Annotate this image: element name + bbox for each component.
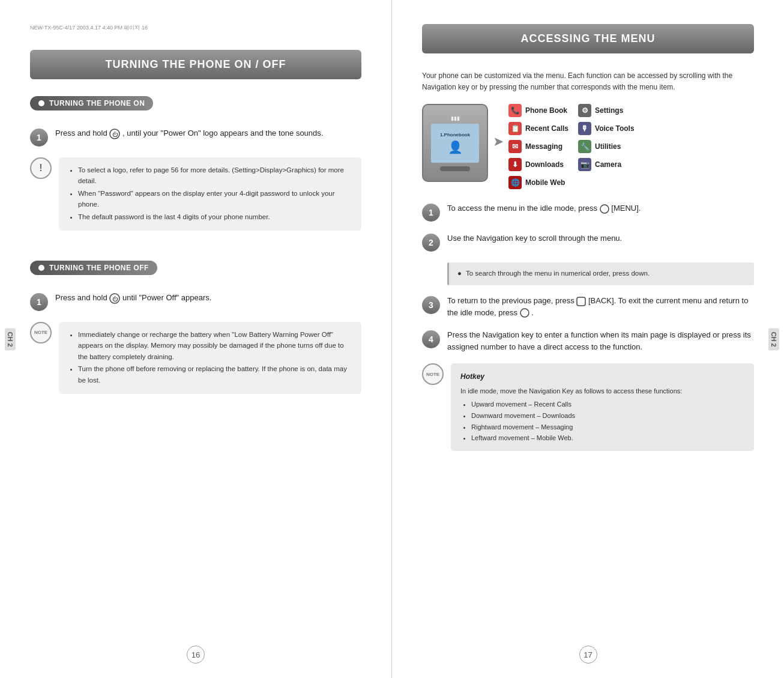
- svg-rect-5: [577, 297, 585, 306]
- phone-on-header: TURNING THE PHONE ON: [30, 96, 153, 110]
- svg-point-6: [520, 309, 529, 317]
- note-item: The default password is the last 4 digit…: [78, 211, 352, 222]
- menu-columns: 📞 Phone Book 📋 Recent Calls ✉ Messaging …: [508, 104, 635, 189]
- camera-icon: 📷: [578, 158, 591, 171]
- right-step1-text: To access the menu in the idle mode, pre…: [447, 202, 641, 214]
- menu-item-mobileweb: 🌐 Mobile Web: [508, 176, 568, 189]
- menu-item-camera: 📷 Camera: [578, 158, 635, 171]
- phone-off-section: TURNING THE PHONE OFF 1 Press and hold ⏻…: [30, 261, 361, 394]
- note-icon: NOTE: [30, 322, 52, 344]
- hotkey-wrapper: NOTE Hotkey In idle mode, move the Navig…: [422, 363, 754, 451]
- step2-note: ● To search through the menu in numerica…: [447, 262, 754, 285]
- signal-indicator: ▮▮▮: [451, 115, 460, 121]
- right-step-4: 4 Press the Navigation key to enter a fu…: [422, 329, 754, 353]
- ch-label-right: CH 2: [768, 328, 779, 350]
- svg-point-4: [600, 205, 609, 213]
- ch-label-left: CH 2: [5, 328, 16, 350]
- header-dot: [38, 100, 44, 106]
- right-step2-text: Use the Navigation key to scroll through…: [447, 232, 622, 244]
- menu-item-voicetools: 🎙 Voice Tools: [578, 122, 635, 135]
- menu-item-messaging: ✉ Messaging: [508, 140, 568, 153]
- menu-item-recentcalls: 📋 Recent Calls: [508, 122, 568, 135]
- hotkey-item: Rightward movement – Messaging: [471, 422, 744, 433]
- back-btn-icon: [576, 297, 586, 306]
- screen-text: 1.Phonebook: [440, 132, 470, 138]
- right-step-1: 1 To access the menu in the idle mode, p…: [422, 202, 754, 222]
- phone-on-section: TURNING THE PHONE ON 1 Press and hold ⏻ …: [30, 96, 361, 231]
- phone-on-step1-text: Press and hold ⏻ , until your "Power On"…: [55, 127, 323, 139]
- phone-on-step1: 1 Press and hold ⏻ , until your "Power O…: [30, 127, 361, 147]
- utilities-icon: 🔧: [578, 140, 591, 153]
- header-dot-2: [38, 265, 44, 271]
- phonebook-icon: 📞: [508, 104, 522, 117]
- phone-on-note-wrapper: ! To select a logo, refer to page 56 for…: [30, 157, 361, 231]
- note-box: ● To search through the menu in numerica…: [447, 262, 754, 285]
- screen-icon: 👤: [448, 140, 463, 154]
- step-num-r4: 4: [422, 330, 440, 348]
- hotkey-list: Upward movement – Recent Calls Downward …: [460, 399, 744, 444]
- menu-item-downloads: ⬇ Downloads: [508, 158, 568, 171]
- svg-text:⏻: ⏻: [112, 296, 118, 302]
- page-number-left: 16: [187, 646, 205, 664]
- note-item: Immediately change or recharge the batte…: [78, 329, 352, 362]
- power-off-icon: ⏻: [109, 293, 120, 304]
- step-num-r1: 1: [422, 204, 440, 222]
- menu-col-right: ⚙ Settings 🎙 Voice Tools 🔧 Utilities 📷 C…: [578, 104, 635, 189]
- menu-diagram: ▮▮▮ 1.Phonebook 👤 ➤ 📞 Phone Book 📋 Recen…: [422, 104, 754, 189]
- note-item: Turn the phone off before removing or re…: [78, 363, 352, 386]
- hotkey-box: Hotkey In idle mode, move the Navigation…: [451, 363, 754, 451]
- idle-btn-icon: [520, 308, 529, 318]
- right-step-2: 2 Use the Navigation key to scroll throu…: [422, 232, 754, 252]
- arrow-right: ➤: [493, 134, 504, 150]
- menu-item-utilities: 🔧 Utilities: [578, 140, 635, 153]
- menu-col-left: 📞 Phone Book 📋 Recent Calls ✉ Messaging …: [508, 104, 568, 189]
- phone-off-step1-text: Press and hold ⏻ until "Power Off" appea…: [55, 292, 211, 304]
- svg-text:⏻: ⏻: [112, 132, 118, 138]
- left-section-title: TURNING THE PHONE ON / OFF: [30, 50, 361, 79]
- mobileweb-icon: 🌐: [508, 176, 522, 189]
- hotkey-item: Downward movement – Downloads: [471, 410, 744, 422]
- voicetools-icon: 🎙: [578, 122, 591, 135]
- step-num-off-1: 1: [30, 293, 48, 311]
- menu-btn-icon: [600, 204, 609, 214]
- hotkey-item: Leftward movement – Mobile Web.: [471, 432, 744, 444]
- phone-screen: 1.Phonebook 👤: [431, 124, 479, 163]
- right-section-title: ACCESSING THE MENU: [422, 24, 754, 53]
- hotkey-intro: In idle mode, move the Navigation Key as…: [460, 386, 744, 397]
- phone-off-header: TURNING THE PHONE OFF: [30, 261, 157, 275]
- phone-off-step1: 1 Press and hold ⏻ until "Power Off" app…: [30, 292, 361, 311]
- step-num-1: 1: [30, 129, 48, 147]
- page-number-right: 17: [579, 646, 597, 664]
- settings-icon: ⚙: [578, 104, 591, 117]
- phone-on-note: To select a logo, refer to page 56 for m…: [59, 157, 361, 231]
- recentcalls-icon: 📋: [508, 122, 522, 135]
- note-item: When "Password" appears on the display e…: [78, 188, 352, 210]
- left-page: NEW-TX-95C-4/17 2003.4.17 4:40 PM 페이지 16…: [0, 0, 392, 678]
- file-header: NEW-TX-95C-4/17 2003.4.17 4:40 PM 페이지 16: [30, 24, 361, 32]
- phone-off-note-wrapper: NOTE Immediately change or recharge the …: [30, 322, 361, 394]
- right-step-3: 3 To return to the previous page, press …: [422, 295, 754, 318]
- step-num-r2: 2: [422, 234, 440, 252]
- phone-button: [440, 166, 470, 171]
- note-item: To select a logo, refer to page 56 for m…: [78, 165, 352, 187]
- menu-item-settings: ⚙ Settings: [578, 104, 635, 117]
- phone-off-note: Immediately change or recharge the batte…: [59, 322, 361, 394]
- phone-preview: ▮▮▮ 1.Phonebook 👤: [422, 104, 488, 182]
- power-icon: ⏻: [109, 129, 120, 139]
- hotkey-item: Upward movement – Recent Calls: [471, 399, 744, 410]
- menu-item-phonebook: 📞 Phone Book: [508, 104, 568, 117]
- exclaim-icon: !: [30, 157, 52, 179]
- bullet-dot: ●: [457, 270, 462, 277]
- downloads-icon: ⬇: [508, 158, 522, 171]
- hotkey-title: Hotkey: [460, 371, 744, 383]
- messaging-icon: ✉: [508, 140, 522, 153]
- right-step3-text: To return to the previous page, press [B…: [447, 295, 754, 318]
- right-step4-text: Press the Navigation key to enter a func…: [447, 329, 754, 353]
- menu-description: Your phone can be customized via the men…: [422, 70, 754, 93]
- note-icon-hotkey: NOTE: [422, 363, 444, 385]
- step-num-r3: 3: [422, 296, 440, 314]
- right-page: CH 2 ACCESSING THE MENU Your phone can b…: [392, 0, 784, 678]
